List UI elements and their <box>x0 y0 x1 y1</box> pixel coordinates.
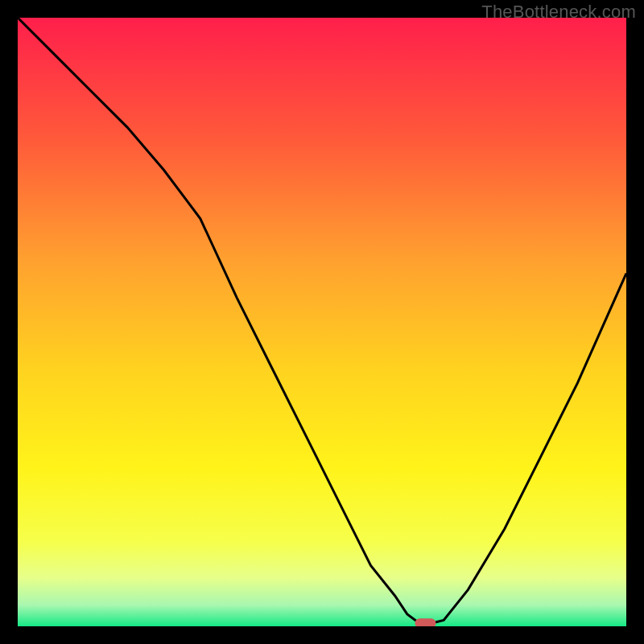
chart-svg <box>18 18 626 626</box>
chart-frame: TheBottleneck.com <box>0 0 644 644</box>
optimal-marker <box>415 618 436 626</box>
plot-area <box>18 18 626 626</box>
